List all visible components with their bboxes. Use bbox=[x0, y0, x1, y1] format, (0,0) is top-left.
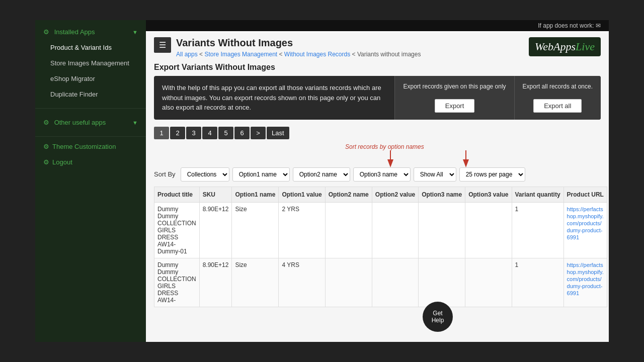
th-variant-quantity: Variant quantity bbox=[512, 187, 564, 202]
other-apps-section: ⚙ Other useful apps ▼ bbox=[35, 111, 146, 134]
annotation-arrows bbox=[154, 143, 601, 166]
table-cell-3: 2 YRS bbox=[279, 202, 325, 258]
logo-webapps: WebApps bbox=[535, 40, 576, 53]
sidebar: ⚙ Installed Apps ▼ Product & Variant Ids… bbox=[35, 20, 146, 342]
rows-per-page-select[interactable]: 25 rows per page bbox=[459, 167, 525, 182]
page-btn-next[interactable]: > bbox=[251, 127, 266, 139]
breadcrumb: All apps < Store Images Management < Wit… bbox=[176, 51, 421, 58]
get-help-button[interactable]: GetHelp bbox=[423, 302, 453, 332]
export-page-action: Export records given on this page only E… bbox=[394, 76, 514, 120]
th-option1-value: Option1 value bbox=[279, 187, 325, 202]
th-option3-value: Option3 value bbox=[465, 187, 512, 202]
other-apps-chevron: ▼ bbox=[132, 120, 138, 126]
table-cell-6 bbox=[419, 202, 465, 258]
page-btn-4[interactable]: 4 bbox=[202, 127, 217, 139]
page-btn-2[interactable]: 2 bbox=[170, 127, 185, 139]
table-cell-0: Dummy Dummy COLLECTION GIRLS DRESS AW14- bbox=[154, 258, 200, 307]
export-button[interactable]: Export bbox=[435, 99, 475, 113]
th-option1-name: Option1 name bbox=[232, 187, 279, 202]
logout-icon: ⚙ bbox=[43, 158, 49, 166]
export-all-button[interactable]: Export all bbox=[533, 99, 582, 113]
table-cell-6 bbox=[419, 258, 465, 307]
installed-apps-section: ⚙ Installed Apps ▼ Product & Variant Ids… bbox=[35, 20, 146, 106]
main-inner: ☰ Variants Without Images All apps < Sto… bbox=[146, 32, 609, 342]
th-product-title: Product title bbox=[154, 187, 200, 202]
installed-apps-header[interactable]: ⚙ Installed Apps ▼ bbox=[35, 24, 146, 40]
sidebar-item-eshop-migrator[interactable]: eShop Migrator bbox=[35, 71, 146, 86]
theme-icon: ⚙ bbox=[43, 143, 49, 150]
th-sku: SKU bbox=[199, 187, 232, 202]
sidebar-item-duplicate-finder[interactable]: Duplicate Finder bbox=[35, 86, 146, 102]
table-cell-7 bbox=[465, 258, 512, 307]
table-cell-8: 1 bbox=[512, 258, 564, 307]
sidebar-theme-customization[interactable]: ⚙ Theme Customization bbox=[35, 139, 146, 154]
table-cell-0: Dummy Dummy COLLECTION GIRLS DRESS AW14-… bbox=[154, 202, 200, 258]
breadcrumb-current: Variants without images bbox=[357, 51, 421, 58]
table-row: Dummy Dummy COLLECTION GIRLS DRESS AW14-… bbox=[154, 258, 607, 307]
page-title-area: Variants Without Images All apps < Store… bbox=[176, 37, 421, 58]
export-description: With the help of this app you can export… bbox=[154, 76, 394, 120]
th-option2-value: Option2 value bbox=[372, 187, 418, 202]
option3-name-select[interactable]: Option3 name bbox=[353, 167, 411, 182]
page-title: Variants Without Images bbox=[176, 37, 421, 49]
page-btn-5[interactable]: 5 bbox=[218, 127, 233, 139]
show-all-select[interactable]: Show All bbox=[414, 167, 456, 182]
breadcrumb-all-apps[interactable]: All apps bbox=[176, 51, 198, 58]
export-box: With the help of this app you can export… bbox=[154, 76, 601, 120]
installed-apps-chevron: ▼ bbox=[132, 29, 138, 35]
logo-live: Live bbox=[576, 40, 595, 53]
sidebar-logout[interactable]: ⚙ Logout bbox=[35, 154, 146, 170]
sort-row: Sort By Collections Option1 name Option2… bbox=[154, 167, 601, 182]
sidebar-divider-1 bbox=[35, 108, 146, 109]
option1-name-select[interactable]: Option1 name bbox=[232, 167, 290, 182]
other-apps-label: Other useful apps bbox=[54, 119, 106, 126]
other-apps-icon: ⚙ bbox=[43, 119, 49, 126]
th-product-url: Product URL bbox=[564, 187, 607, 202]
table-header-row: Product title SKU Option1 name Option1 v… bbox=[154, 187, 607, 202]
page-btn-6[interactable]: 6 bbox=[234, 127, 250, 139]
export-all-action: Export all records at once. Export all bbox=[514, 76, 601, 120]
export-page-label: Export records given on this page only bbox=[403, 83, 506, 90]
table-cell-9: https://perfactshop.myshopify.com/produc… bbox=[564, 202, 607, 258]
table-cell-7 bbox=[465, 202, 512, 258]
table-cell-3: 4 YRS bbox=[279, 258, 325, 307]
table-cell-9: https://perfactshop.myshopify.com/produc… bbox=[564, 258, 607, 307]
sort-label: Sort By bbox=[154, 170, 176, 178]
sidebar-divider-2 bbox=[35, 136, 146, 137]
table-cell-2: Size bbox=[232, 258, 279, 307]
table-cell-1: 8.90E+12 bbox=[199, 202, 232, 258]
export-all-label: Export all records at once. bbox=[523, 83, 593, 90]
sort-annotation-area: Sort records by option names bbox=[154, 143, 601, 182]
page-btn-last[interactable]: Last bbox=[267, 127, 289, 139]
sidebar-item-product-variant-ids[interactable]: Product & Variant Ids bbox=[35, 40, 146, 55]
breadcrumb-store-images[interactable]: Store Images Management bbox=[204, 51, 277, 58]
table-cell-5 bbox=[372, 258, 418, 307]
table-cell-1: 8.90E+12 bbox=[199, 258, 232, 307]
table-cell-2: Size bbox=[232, 202, 279, 258]
option2-name-select[interactable]: Option2 name bbox=[293, 167, 350, 182]
menu-button[interactable]: ☰ bbox=[154, 37, 171, 53]
collections-select[interactable]: Collections bbox=[181, 167, 229, 182]
data-table: Product title SKU Option1 name Option1 v… bbox=[154, 187, 607, 307]
other-apps-header[interactable]: ⚙ Other useful apps ▼ bbox=[35, 115, 146, 130]
table-row: Dummy Dummy COLLECTION GIRLS DRESS AW14-… bbox=[154, 202, 607, 258]
page-header: ☰ Variants Without Images All apps < Sto… bbox=[154, 37, 601, 58]
logo-area: WebAppsLive bbox=[529, 37, 601, 56]
th-option3-name: Option3 name bbox=[419, 187, 465, 202]
page-btn-1[interactable]: 1 bbox=[154, 127, 169, 139]
export-section-title: Export Variants Without Images bbox=[154, 63, 601, 72]
apps-icon: ⚙ bbox=[43, 28, 49, 36]
installed-apps-label: Installed Apps bbox=[54, 28, 95, 36]
table-cell-8: 1 bbox=[512, 202, 564, 258]
table-cell-5 bbox=[372, 202, 418, 258]
main-area: If app does not work: ✉ ☰ Variants Witho… bbox=[146, 32, 609, 342]
table-cell-4 bbox=[325, 202, 372, 258]
pagination-row: 1 2 3 4 5 6 > Last bbox=[154, 127, 601, 139]
sidebar-item-store-images[interactable]: Store Images Management bbox=[35, 55, 146, 71]
breadcrumb-without-images[interactable]: Without Images Records bbox=[284, 51, 350, 58]
th-option2-name: Option2 name bbox=[325, 187, 372, 202]
table-cell-4 bbox=[325, 258, 372, 307]
logo: WebAppsLive bbox=[535, 40, 595, 53]
page-btn-3[interactable]: 3 bbox=[186, 127, 201, 139]
